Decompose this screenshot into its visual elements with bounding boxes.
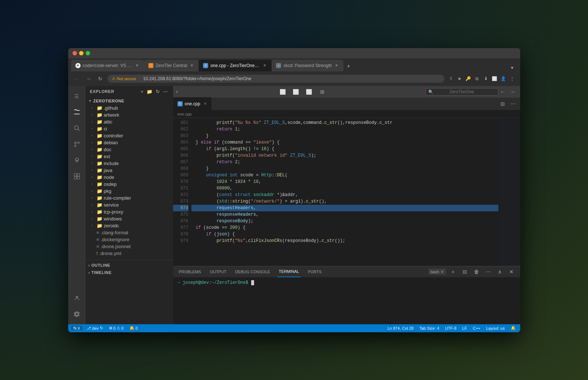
- problems-tab[interactable]: PROBLEMS: [178, 266, 203, 277]
- layout-label: Layout: us: [486, 326, 505, 330]
- reload-button[interactable]: ↻: [96, 74, 105, 83]
- folder-github[interactable]: › 📁 .github: [86, 105, 173, 111]
- folder-zeroidc[interactable]: › 📁 zeroidc: [86, 222, 173, 229]
- debug-console-tab[interactable]: DEBUG CONSOLE: [234, 266, 272, 277]
- download-icon[interactable]: ⬇: [482, 75, 490, 82]
- tab-2-close[interactable]: ✕: [189, 63, 194, 68]
- vscode-search-input[interactable]: [425, 88, 498, 95]
- browser-tab-3[interactable]: C one.cpp - ZeroTierOne - cod... ✕: [199, 60, 272, 71]
- line-ending-indicator[interactable]: LF: [461, 326, 468, 330]
- layout-grid-icon[interactable]: ⊞: [318, 87, 327, 96]
- new-terminal-icon[interactable]: +: [449, 267, 457, 276]
- bookmark-icon[interactable]: ★: [456, 75, 463, 82]
- maximize-button[interactable]: [86, 51, 90, 55]
- ports-tab[interactable]: PORTS: [306, 266, 323, 277]
- bash-selector[interactable]: bash ∨: [428, 269, 446, 275]
- toolbar-nav-back[interactable]: ←: [498, 87, 507, 96]
- folder-node[interactable]: › 📁 node: [86, 174, 173, 181]
- folder-doc[interactable]: › 📁 doc: [86, 146, 173, 153]
- more-actions-icon[interactable]: ⋯: [509, 99, 517, 108]
- toolbar-nav-fwd[interactable]: →: [509, 87, 517, 96]
- tab-size-indicator[interactable]: Tab Size: 4: [418, 326, 441, 330]
- split-editor-icon[interactable]: ⊟: [498, 99, 507, 108]
- terminal-tab[interactable]: TERMINAL: [277, 266, 301, 277]
- file-drone-yml[interactable]: ! .drone.yml: [86, 250, 173, 257]
- collapse-icon[interactable]: ⋯: [162, 88, 169, 95]
- layout-single-icon[interactable]: ⬜: [292, 87, 300, 96]
- errors-indicator[interactable]: ⊗ 0 ⚠ 0: [108, 326, 125, 330]
- tab-3-close[interactable]: ✕: [262, 63, 267, 68]
- terminal-close-icon[interactable]: ✕: [507, 267, 516, 276]
- activity-menu[interactable]: ☰: [70, 89, 84, 103]
- folder-pkg[interactable]: › 📁 pkg: [86, 188, 173, 195]
- forward-button[interactable]: →: [84, 74, 93, 83]
- remote-indicator[interactable]: ⇆ X: [71, 326, 82, 330]
- folder-tcp-proxy[interactable]: › 📁 tcp-proxy: [86, 208, 173, 215]
- new-file-icon[interactable]: +: [140, 88, 144, 95]
- terminal-more-icon[interactable]: ⋯: [484, 267, 492, 276]
- layout-indicator[interactable]: Layout: us: [485, 326, 506, 330]
- folder-artwork[interactable]: › 📁 artwork: [86, 111, 173, 118]
- minimize-button[interactable]: [79, 51, 83, 55]
- folder-include[interactable]: › 📁 include: [86, 160, 173, 167]
- file-clang-format[interactable]: ≡ .clang-format: [86, 229, 173, 236]
- activity-settings[interactable]: [70, 307, 84, 321]
- tree-root-folder[interactable]: ▼ ZEROTIERONE: [86, 97, 173, 105]
- tab-4-close[interactable]: ✕: [334, 63, 339, 68]
- back-button[interactable]: ←: [73, 74, 81, 83]
- folder-windows[interactable]: › 📁 windows: [86, 215, 173, 222]
- new-tab-button[interactable]: +: [343, 61, 354, 71]
- encoding-indicator[interactable]: UTF-8: [444, 326, 458, 330]
- share-icon[interactable]: ⇧: [447, 75, 455, 82]
- extensions-icon[interactable]: ⧉: [474, 75, 481, 82]
- bell-status-icon[interactable]: 🔔: [509, 326, 517, 330]
- code-content[interactable]: printf("%u %s %s" ZT_EOL_S,scode,command…: [191, 118, 498, 266]
- timeline-section[interactable]: › TIMELINE: [86, 269, 173, 276]
- activity-extensions[interactable]: [70, 169, 84, 184]
- url-bar[interactable]: ⚠ Not secure | 10.241.208.61:8080/?folde…: [108, 75, 444, 83]
- folder-attic[interactable]: › 📁 attic: [86, 118, 173, 125]
- activity-source-control[interactable]: [70, 137, 84, 152]
- file-drone-jsonnet[interactable]: ≡ .drone.jsonnet: [86, 243, 173, 250]
- refresh-icon[interactable]: ↻: [155, 88, 161, 95]
- new-folder-icon[interactable]: 📁: [146, 88, 153, 95]
- outline-section[interactable]: › OUTLINE: [86, 262, 173, 269]
- output-tab[interactable]: OUTPUT: [209, 266, 228, 277]
- folder-service[interactable]: › 📁 service: [86, 201, 173, 208]
- activity-account[interactable]: [70, 291, 84, 305]
- kill-terminal-icon[interactable]: 🗑: [472, 267, 481, 276]
- browser-tab-4[interactable]: x xkcd: Password Strength ✕: [272, 60, 343, 71]
- activity-search[interactable]: [70, 121, 84, 136]
- profile-icon[interactable]: 👤: [500, 75, 507, 82]
- password-icon[interactable]: 🔑: [465, 75, 472, 82]
- activity-debug[interactable]: [70, 153, 84, 168]
- activity-explorer[interactable]: [70, 105, 84, 120]
- notifications-indicator[interactable]: 🔔 0: [128, 326, 139, 330]
- terminal-content[interactable]: → joseph@dev:~/ZeroTierOne$: [173, 277, 520, 324]
- file-dockerignore[interactable]: ≡ .dockerignore: [86, 236, 173, 243]
- tab-1-close[interactable]: ✕: [135, 63, 140, 68]
- folder-debian[interactable]: › 📁 debian: [86, 139, 173, 146]
- layout-split-icon[interactable]: ⬜: [305, 87, 314, 96]
- browser-tab-2[interactable]: ⬡ ZeroTier Central ✕: [144, 60, 199, 71]
- folder-java[interactable]: › 📁 java: [86, 167, 173, 174]
- editor-tab-one-cpp[interactable]: C one.cpp ✕: [173, 97, 212, 110]
- terminal-maximize-icon[interactable]: ∧: [495, 267, 504, 276]
- language-indicator[interactable]: C++: [471, 326, 482, 330]
- folder-controller[interactable]: › 📁 controller: [86, 132, 173, 139]
- menu-icon[interactable]: ⋮: [509, 75, 516, 82]
- code-area[interactable]: 861862863864 865866867868 869870871872 8…: [173, 118, 498, 266]
- folder-rule-compiler[interactable]: › 📁 rule-compiler: [86, 195, 173, 201]
- tab-overflow-button[interactable]: ▼: [507, 64, 517, 71]
- sidebar-toggle-icon[interactable]: ⬜: [279, 87, 287, 96]
- close-button[interactable]: [73, 51, 77, 55]
- folder-osdep[interactable]: › 📁 osdep: [86, 181, 173, 188]
- position-indicator[interactable]: Ln 874, Col 28: [386, 326, 415, 330]
- editor-tab-close[interactable]: ✕: [204, 102, 207, 106]
- split-view-icon[interactable]: ⬜: [491, 75, 498, 82]
- split-terminal-icon[interactable]: ⊟: [460, 267, 469, 276]
- browser-tab-1[interactable]: ⊕ coder/code-server: VS Code... ✕: [71, 60, 144, 71]
- folder-ext[interactable]: › 📁 ext: [86, 153, 173, 160]
- folder-ci[interactable]: › 📁 ci: [86, 125, 173, 132]
- branch-indicator[interactable]: ⎇ dev ↻: [85, 326, 105, 330]
